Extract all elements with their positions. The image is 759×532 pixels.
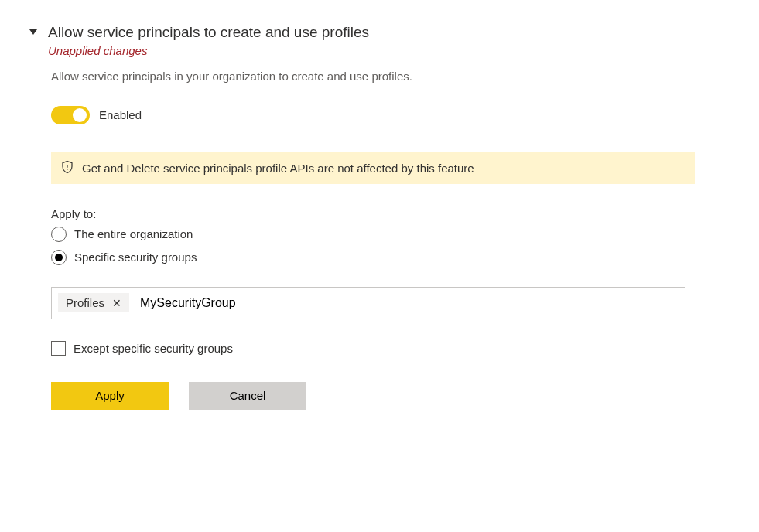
security-group-text-input[interactable]	[138, 295, 679, 311]
shield-warning-icon	[60, 160, 74, 176]
radio-label-entire-org: The entire organization	[74, 227, 193, 240]
chip-remove-icon[interactable]: ✕	[111, 298, 123, 309]
group-chip-profiles: Profiles ✕	[58, 293, 129, 312]
radio-icon	[51, 227, 67, 242]
warning-banner: Get and Delete service principals profil…	[51, 152, 695, 184]
radio-specific-security-groups[interactable]: Specific security groups	[51, 250, 736, 265]
setting-title: Allow service principals to create and u…	[48, 23, 369, 43]
svg-marker-0	[29, 29, 37, 35]
setting-description: Allow service principals in your organiz…	[51, 68, 736, 84]
unapplied-changes-label: Unapplied changes	[48, 44, 369, 57]
warning-text: Get and Delete service principals profil…	[82, 162, 474, 175]
collapse-caret-icon[interactable]	[29, 29, 37, 37]
apply-to-label: Apply to:	[51, 207, 736, 220]
apply-to-radio-group: The entire organization Specific securit…	[51, 227, 736, 265]
checkbox-icon	[51, 341, 66, 356]
radio-icon	[51, 250, 67, 265]
radio-entire-organization[interactable]: The entire organization	[51, 227, 736, 242]
except-specific-groups-checkbox[interactable]: Except specific security groups	[51, 341, 736, 356]
chip-label: Profiles	[66, 296, 104, 309]
security-groups-input[interactable]: Profiles ✕	[51, 287, 685, 319]
cancel-button[interactable]: Cancel	[189, 382, 306, 410]
except-label: Except specific security groups	[74, 342, 233, 355]
apply-button[interactable]: Apply	[51, 382, 169, 410]
toggle-state-label: Enabled	[99, 108, 142, 121]
enabled-toggle[interactable]	[51, 106, 90, 124]
svg-point-2	[67, 169, 67, 169]
radio-label-specific-groups: Specific security groups	[74, 251, 197, 264]
